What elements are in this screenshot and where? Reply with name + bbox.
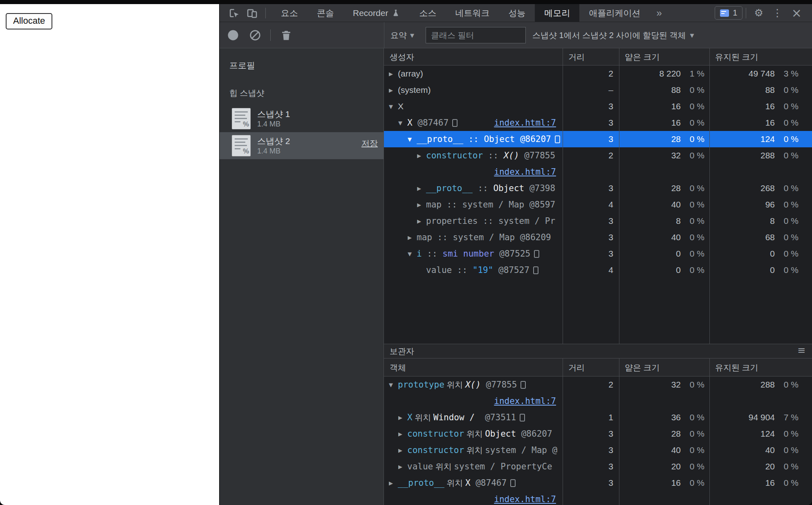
table-row[interactable]: ▼X @87467index.html:73160 %160 % xyxy=(384,115,812,131)
table-row[interactable]: ▶(array)28 2201 %49 7483 % xyxy=(384,65,812,82)
shallow-size: 320 % xyxy=(619,147,709,180)
snapshot-range-select[interactable]: 스냅샷 1에서 스냅샷 2 사이에 할당된 객체 ▼ xyxy=(532,29,694,42)
snapshot-item[interactable]: %스냅샷 21.4 MB저장 xyxy=(220,132,384,159)
table-row[interactable]: ▶properties :: system / Pr380 %80 % xyxy=(384,213,812,229)
column-header-retained-size[interactable]: 유지된 크기 xyxy=(709,358,812,376)
tree-text: @87525 xyxy=(494,249,531,259)
table-row[interactable]: ▶__proto__ :: Object @73983280 %2680 % xyxy=(384,180,812,196)
table-row[interactable]: ▼i :: smi number @87525300 %00 % xyxy=(384,246,812,262)
reveal-icon[interactable] xyxy=(520,414,525,422)
tab-메모리[interactable]: 메모리 xyxy=(535,4,579,22)
shallow-size: 320 % xyxy=(619,376,709,409)
expand-arrow[interactable]: ▶ xyxy=(389,87,398,93)
column-header-shallow-size[interactable]: 얕은 크기 xyxy=(619,358,709,376)
perspective-select[interactable]: 요약 ▼ xyxy=(390,29,414,42)
table-row[interactable]: ▼__proto__ :: Object @862073280 %1240 % xyxy=(384,131,812,147)
expand-arrow[interactable]: ▶ xyxy=(398,415,407,421)
browser-window: Allocate 요소콘솔Recorder xyxy=(0,0,812,505)
reveal-icon[interactable] xyxy=(533,266,538,274)
expand-arrow[interactable]: ▶ xyxy=(398,447,407,453)
table-row[interactable]: ▶__proto__ 위치 X @87467index.html:73160 %… xyxy=(384,475,812,505)
reveal-icon[interactable] xyxy=(555,135,560,143)
table-row[interactable]: ▶map :: system / Map @862093400 %680 % xyxy=(384,229,812,246)
tree-text: 위치 xyxy=(444,379,465,390)
table-row[interactable]: ▶constructor :: X() @77855index.html:723… xyxy=(384,147,812,180)
tab-label: 메모리 xyxy=(544,7,570,19)
kebab-menu-icon[interactable]: ⋮ xyxy=(768,7,787,19)
tab-소스[interactable]: 소스 xyxy=(410,4,446,22)
table-row[interactable]: ▼prototype 위치 X() @77855index.html:72320… xyxy=(384,376,812,409)
reveal-icon[interactable] xyxy=(534,250,539,258)
tab-성능[interactable]: 성능 xyxy=(499,4,535,22)
expand-arrow[interactable]: ▼ xyxy=(408,136,417,142)
tab-요소[interactable]: 요소 xyxy=(271,4,307,22)
allocate-button[interactable]: Allocate xyxy=(6,13,52,29)
tree-text: (array) xyxy=(398,69,423,79)
expand-arrow[interactable]: ▶ xyxy=(417,153,426,159)
trash-icon[interactable] xyxy=(279,28,293,42)
device-toolbar-icon[interactable] xyxy=(244,6,260,20)
source-link[interactable]: index.html:7 xyxy=(494,494,556,504)
record-snapshot-icon[interactable] xyxy=(226,28,240,42)
table-row[interactable]: ▼X3160 %160 % xyxy=(384,98,812,115)
expand-arrow[interactable]: ▶ xyxy=(417,218,426,224)
class-filter-input[interactable] xyxy=(426,27,526,43)
column-header-retained-size[interactable]: 유지된 크기 xyxy=(709,48,812,65)
column-header-constructor[interactable]: 생성자 xyxy=(384,48,563,65)
table-row[interactable]: ▶value 위치 system / PropertyCe3200 %200 % xyxy=(384,458,812,475)
shallow-size: 360 % xyxy=(619,409,709,426)
source-link[interactable]: index.html:7 xyxy=(494,118,563,128)
save-link[interactable]: 저장 xyxy=(361,138,378,149)
expand-arrow[interactable]: ▼ xyxy=(389,382,398,388)
expand-arrow[interactable]: ▶ xyxy=(408,234,417,241)
tab-애플리케이션[interactable]: 애플리케이션 xyxy=(579,4,650,22)
tab-label: 소스 xyxy=(419,7,436,19)
distance-value: – xyxy=(563,82,619,98)
expand-arrow[interactable]: ▼ xyxy=(408,251,417,257)
table-row[interactable]: ▶X 위치 Window / @735111360 %94 9047 % xyxy=(384,409,812,426)
tab-label: 애플리케이션 xyxy=(589,7,640,19)
snapshot-name: 스냅샷 1 xyxy=(257,109,290,119)
settings-gear-icon[interactable]: ⚙ xyxy=(749,7,767,19)
expand-arrow[interactable]: ▶ xyxy=(417,185,426,192)
expand-arrow[interactable]: ▼ xyxy=(398,120,407,126)
column-divider xyxy=(563,358,563,505)
expand-arrow[interactable]: ▶ xyxy=(398,431,407,437)
column-header-shallow-size[interactable]: 얕은 크기 xyxy=(619,48,709,65)
expand-arrow[interactable]: ▼ xyxy=(389,104,398,110)
expand-arrow[interactable]: ▶ xyxy=(398,464,407,470)
table-row[interactable]: value :: "19" @87527400 %00 % xyxy=(384,262,812,278)
table-row[interactable]: ▶(system)–880 %880 % xyxy=(384,82,812,98)
tab-Recorder[interactable]: Recorder xyxy=(343,4,410,22)
inspect-element-icon[interactable] xyxy=(226,6,242,20)
tab-네트워크[interactable]: 네트워크 xyxy=(446,4,499,22)
reveal-icon[interactable] xyxy=(520,381,526,389)
heap-snapshot-icon: % xyxy=(232,108,251,129)
tab-콘솔[interactable]: 콘솔 xyxy=(307,4,343,22)
source-link[interactable]: index.html:7 xyxy=(494,167,556,177)
column-header-distance[interactable]: 거리 xyxy=(563,48,619,65)
expand-arrow[interactable]: ▶ xyxy=(389,71,398,77)
close-icon[interactable]: × xyxy=(787,6,806,20)
snapshot-range-label: 스냅샷 1에서 스냅샷 2 사이에 할당된 객체 xyxy=(532,30,686,41)
snapshot-item[interactable]: %스냅샷 11.4 MB xyxy=(220,105,384,132)
column-header-distance[interactable]: 거리 xyxy=(563,358,619,376)
table-row[interactable]: ▶constructor 위치 Object @862073280 %1240 … xyxy=(384,426,812,442)
column-header-object[interactable]: 객체 xyxy=(384,358,563,376)
source-link[interactable]: index.html:7 xyxy=(494,396,556,406)
table-row[interactable]: ▶map :: system / Map @85974400 %960 % xyxy=(384,196,812,213)
more-tabs-chevron[interactable]: » xyxy=(650,4,668,22)
issues-badge[interactable]: 1 xyxy=(715,6,742,20)
reveal-icon[interactable] xyxy=(452,119,458,127)
tree-text: @77855 xyxy=(519,151,556,160)
clear-icon[interactable] xyxy=(248,28,262,42)
distance-value: 3 xyxy=(563,442,619,458)
expand-arrow[interactable]: ▶ xyxy=(389,480,398,486)
table-row[interactable]: ▶constructor 위치 system / Map @3400 %400 … xyxy=(384,442,812,458)
reveal-icon[interactable] xyxy=(510,479,516,487)
tree-text: system / Map @ xyxy=(485,445,557,455)
tree-text: properties :: system / Pr xyxy=(426,216,555,226)
column-divider xyxy=(709,48,710,344)
expand-arrow[interactable]: ▶ xyxy=(417,202,426,208)
hamburger-menu-icon[interactable]: ≡ xyxy=(797,345,805,356)
